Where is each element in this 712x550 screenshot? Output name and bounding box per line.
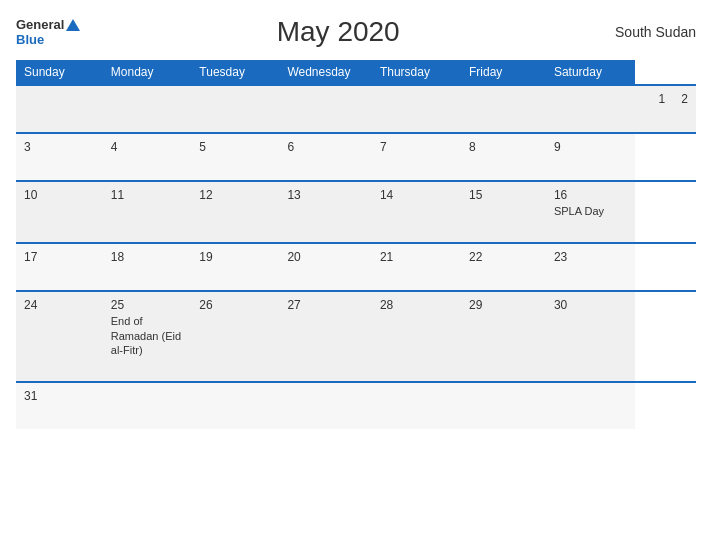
calendar-day: 17 <box>16 243 103 291</box>
calendar-table: Sunday Monday Tuesday Wednesday Thursday… <box>16 60 696 429</box>
logo: General Blue <box>16 17 80 47</box>
calendar-day: 11 <box>103 181 192 243</box>
calendar-day: 1 <box>651 85 674 133</box>
calendar-day: 2 <box>673 85 696 133</box>
calendar-day: 18 <box>103 243 192 291</box>
calendar-day: 5 <box>191 133 279 181</box>
calendar-day: 24 <box>16 291 103 382</box>
calendar-day-empty <box>191 382 279 429</box>
calendar-week-row: 10111213141516SPLA Day <box>16 181 696 243</box>
logo-triangle-icon <box>66 19 80 31</box>
calendar-day-empty <box>103 382 192 429</box>
calendar-day: 27 <box>279 291 372 382</box>
calendar-day: 21 <box>372 243 461 291</box>
calendar-day: 6 <box>279 133 372 181</box>
calendar-day: 25End of Ramadan (Eid al-Fitr) <box>103 291 192 382</box>
calendar-day: 16SPLA Day <box>546 181 635 243</box>
calendar-title: May 2020 <box>80 16 596 48</box>
calendar-day: 26 <box>191 291 279 382</box>
calendar-week-row: 17181920212223 <box>16 243 696 291</box>
calendar-day-empty <box>372 382 461 429</box>
header-thursday: Thursday <box>372 60 461 85</box>
calendar-week-row: 12 <box>16 85 696 133</box>
calendar-day: 14 <box>372 181 461 243</box>
header-friday: Friday <box>461 60 546 85</box>
calendar-day-empty <box>103 85 192 133</box>
calendar-day: 22 <box>461 243 546 291</box>
calendar-day: 7 <box>372 133 461 181</box>
header-sunday: Sunday <box>16 60 103 85</box>
calendar-day-empty <box>279 382 372 429</box>
calendar-day: 30 <box>546 291 635 382</box>
calendar-week-row: 3456789 <box>16 133 696 181</box>
calendar-day: 20 <box>279 243 372 291</box>
calendar-day: 31 <box>16 382 103 429</box>
calendar-day-empty <box>191 85 279 133</box>
calendar-week-row: 2425End of Ramadan (Eid al-Fitr)26272829… <box>16 291 696 382</box>
header-wednesday: Wednesday <box>279 60 372 85</box>
calendar-day <box>635 85 651 133</box>
logo-blue-text: Blue <box>16 32 44 47</box>
logo-general-text: General <box>16 17 64 32</box>
calendar-day: 4 <box>103 133 192 181</box>
calendar-day-empty <box>279 85 372 133</box>
calendar-day: 10 <box>16 181 103 243</box>
calendar-day: 15 <box>461 181 546 243</box>
header-monday: Monday <box>103 60 192 85</box>
calendar-day: 19 <box>191 243 279 291</box>
calendar-day: 8 <box>461 133 546 181</box>
calendar-day: 29 <box>461 291 546 382</box>
calendar-day-empty <box>546 382 635 429</box>
page-header: General Blue May 2020 South Sudan <box>16 16 696 48</box>
calendar-day: 12 <box>191 181 279 243</box>
country-label: South Sudan <box>596 24 696 40</box>
calendar-day <box>372 85 461 133</box>
header-saturday: Saturday <box>546 60 635 85</box>
calendar-day: 23 <box>546 243 635 291</box>
calendar-day: 9 <box>546 133 635 181</box>
header-tuesday: Tuesday <box>191 60 279 85</box>
calendar-day: 13 <box>279 181 372 243</box>
calendar-day: 28 <box>372 291 461 382</box>
calendar-day <box>546 85 635 133</box>
calendar-day <box>461 85 546 133</box>
calendar-header-row: Sunday Monday Tuesday Wednesday Thursday… <box>16 60 696 85</box>
calendar-day-empty <box>16 85 103 133</box>
calendar-day-empty <box>461 382 546 429</box>
calendar-week-row: 31 <box>16 382 696 429</box>
calendar-day: 3 <box>16 133 103 181</box>
